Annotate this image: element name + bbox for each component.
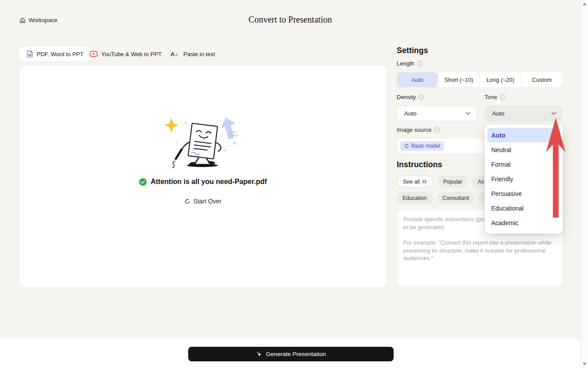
instructions-heading: Instructions: [397, 160, 442, 169]
image-source-label-row: Image source: [397, 126, 440, 133]
density-select[interactable]: Auto: [397, 106, 477, 121]
refresh-icon: [185, 199, 190, 204]
youtube-icon: [90, 51, 98, 57]
length-segmented-control: Auto Short (~10) Long (~20) Custom: [397, 72, 562, 87]
info-icon[interactable]: [434, 127, 440, 133]
density-value: Auto: [404, 110, 417, 117]
word-doc-icon: W: [27, 50, 33, 58]
length-label-row: Length: [397, 60, 423, 67]
tone-option-auto[interactable]: Auto: [487, 128, 560, 142]
length-option-auto[interactable]: Auto: [397, 72, 438, 87]
see-all-chip[interactable]: See all: [397, 176, 433, 188]
tab-label: YouTube & Web to PPT: [101, 51, 162, 58]
basic-model-label: Basic model: [411, 143, 440, 149]
tone-option-educational[interactable]: Educational: [487, 201, 560, 215]
start-over-button[interactable]: Start Over: [19, 198, 387, 205]
uploaded-file-row: Attention is all you need-Paper.pdf: [19, 178, 387, 186]
svg-text:a: a: [175, 52, 178, 57]
text-aa-icon: Aa: [171, 51, 180, 57]
tone-label: Tone: [485, 94, 497, 100]
settings-heading: Settings: [397, 46, 428, 55]
basic-model-chip[interactable]: Basic model: [400, 141, 444, 151]
tone-option-neutral[interactable]: Neutral: [487, 142, 560, 157]
tone-value: Auto: [492, 110, 505, 117]
density-label-row: Density: [397, 94, 424, 100]
see-all-label: See all: [403, 179, 420, 185]
info-icon[interactable]: [500, 94, 505, 100]
length-option-long[interactable]: Long (~20): [479, 72, 521, 87]
page-title: Convert to Presentation: [0, 15, 580, 25]
generate-presentation-button[interactable]: Generate Presentation: [188, 347, 394, 361]
generate-presentation-label: Generate Presentation: [266, 351, 326, 357]
chip-education[interactable]: Education: [397, 192, 433, 204]
document-character-illustration: [158, 116, 247, 168]
star-sparkle: [164, 118, 179, 133]
tone-option-friendly[interactable]: Friendly: [487, 172, 560, 186]
tab-paste-in-text[interactable]: Aa Paste in text: [168, 46, 218, 61]
tone-select[interactable]: Auto: [485, 106, 562, 121]
tab-label: Paste in text: [183, 51, 215, 58]
info-icon[interactable]: [417, 61, 423, 66]
length-option-custom[interactable]: Custom: [521, 72, 562, 87]
image-source-label: Image source: [397, 126, 432, 133]
model-icon: [404, 144, 409, 149]
svg-text:W: W: [28, 53, 32, 57]
scrollbar-down-arrow-icon[interactable]: [583, 363, 586, 365]
density-label: Density: [397, 94, 416, 100]
tab-pdf-word-to-ppt[interactable]: W PDF, Word to PPT: [19, 46, 91, 61]
uploaded-file-name: Attention is all you need-Paper.pdf: [151, 178, 267, 186]
tab-label: PDF, Word to PPT: [37, 51, 83, 58]
upload-dropzone-card: [19, 65, 387, 287]
chip-consultant[interactable]: Consultant: [437, 192, 475, 204]
length-label: Length: [397, 60, 414, 67]
svg-text:A: A: [171, 51, 175, 57]
tab-youtube-web-to-ppt[interactable]: YouTube & Web to PPT: [87, 46, 164, 61]
tone-option-formal[interactable]: Formal: [487, 157, 560, 172]
length-option-short[interactable]: Short (~10): [438, 72, 479, 87]
chevron-down-icon: [551, 112, 556, 115]
tone-option-academic[interactable]: Academic: [487, 215, 560, 230]
check-circle-icon: [139, 178, 147, 186]
tone-label-row: Tone: [485, 94, 505, 100]
tone-dropdown-menu: Auto Neutral Formal Friendly Persuasive …: [485, 124, 563, 234]
sparkle-icon: [256, 351, 262, 357]
tone-option-persuasive[interactable]: Persuasive: [487, 186, 560, 201]
scrollbar-up-arrow-icon[interactable]: [583, 3, 586, 5]
start-over-label: Start Over: [193, 198, 222, 205]
chevron-double-right-icon: [422, 180, 427, 184]
info-icon[interactable]: [418, 94, 424, 100]
chip-popular[interactable]: Popular: [437, 176, 468, 188]
page-scrollbar-track[interactable]: [580, 0, 588, 368]
chevron-down-icon: [466, 112, 470, 115]
